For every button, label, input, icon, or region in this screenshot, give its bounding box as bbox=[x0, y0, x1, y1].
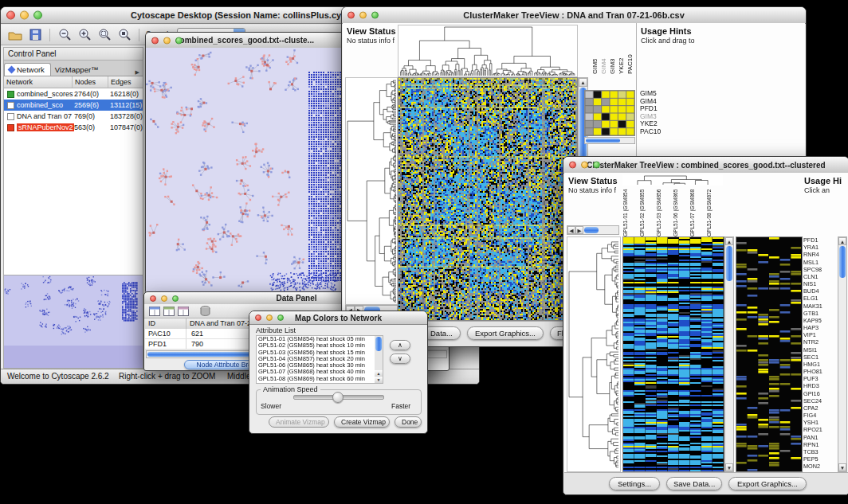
scrollbar-thumb[interactable] bbox=[839, 246, 846, 278]
network-tree-row[interactable]: sRNAPuberNov2563(0)107847(0) bbox=[4, 122, 143, 133]
table-icon[interactable] bbox=[163, 307, 175, 316]
scroll-left-icon[interactable]: ◀ bbox=[567, 226, 575, 234]
network-name: combined_scores bbox=[17, 90, 74, 98]
table-icon[interactable] bbox=[149, 307, 160, 316]
animate-vizmap-button[interactable]: Animate Vizmap bbox=[269, 416, 329, 428]
move-up-button[interactable]: ∧ bbox=[390, 340, 410, 350]
heatmap-canvas[interactable] bbox=[622, 236, 724, 472]
minimize-icon[interactable] bbox=[161, 295, 167, 302]
scrollbar-thumb[interactable] bbox=[584, 227, 599, 233]
overview-hscrollbar[interactable] bbox=[584, 137, 635, 144]
col-edges[interactable]: Edges bbox=[108, 76, 143, 88]
scroll-down-icon[interactable]: ▼ bbox=[838, 463, 846, 471]
attribute-list-item[interactable]: GPL51-03 (GSM856) heat shock 15 min bbox=[257, 350, 383, 356]
zoom-out-icon[interactable] bbox=[57, 28, 73, 42]
network-tree-row[interactable]: combined_scores2764(0)16218(0) bbox=[4, 88, 143, 100]
heatmap-canvas[interactable] bbox=[398, 77, 578, 321]
column-dendrogram-canvas[interactable] bbox=[398, 25, 578, 77]
maximize-icon[interactable] bbox=[172, 295, 179, 302]
minimize-icon[interactable] bbox=[163, 37, 171, 44]
col-nodes[interactable]: Nodes bbox=[73, 76, 108, 88]
col-network[interactable]: Network bbox=[4, 76, 73, 88]
close-icon[interactable] bbox=[569, 162, 576, 169]
attribute-list-item[interactable]: GPL51-01 (GSM854) heat shock 05 min bbox=[257, 336, 383, 342]
maximize-icon[interactable] bbox=[277, 315, 284, 321]
view-status-title: View Status bbox=[347, 26, 396, 36]
secondary-heatmap-canvas[interactable] bbox=[736, 236, 803, 472]
minimize-icon[interactable] bbox=[581, 162, 588, 169]
dialog-title-bar[interactable]: Map Colors to Network bbox=[249, 311, 427, 325]
close-icon[interactable] bbox=[151, 37, 159, 44]
save-data-button[interactable]: Data... bbox=[422, 326, 461, 340]
scroll-down-icon[interactable]: ▼ bbox=[375, 377, 383, 383]
minimize-icon[interactable] bbox=[266, 315, 273, 321]
scrollbar-thumb[interactable] bbox=[726, 246, 732, 281]
tab-vizmapper[interactable]: VizMapper™ bbox=[51, 64, 104, 76]
database-icon[interactable] bbox=[200, 306, 210, 316]
attribute-list-item[interactable]: GPL51-04 (GSM857) heat shock 20 min bbox=[257, 356, 383, 362]
treeview-dna-title-bar[interactable]: ClusterMaker TreeView : DNA and Tran 07-… bbox=[342, 7, 806, 24]
zoom-selected-icon[interactable] bbox=[116, 28, 132, 42]
maximize-icon[interactable] bbox=[33, 11, 42, 20]
zoom-in-icon[interactable] bbox=[77, 28, 92, 42]
birdseye-view-canvas[interactable] bbox=[4, 275, 143, 368]
treeview-combined-window: ClusterMaker TreeView : combined_scores_… bbox=[563, 156, 848, 495]
network-name: combined_sco bbox=[17, 101, 74, 109]
slider-thumb[interactable] bbox=[332, 392, 344, 403]
create-vizmap-button[interactable]: Create Vizmap bbox=[334, 416, 390, 428]
maximize-icon[interactable] bbox=[371, 12, 379, 19]
scrollbar-thumb[interactable] bbox=[586, 139, 620, 143]
attribute-list-item[interactable]: GPL51-02 (GSM855) heat shock 10 min bbox=[257, 342, 383, 349]
save-data-button[interactable]: Save Data... bbox=[666, 477, 722, 490]
maximize-icon[interactable] bbox=[175, 37, 183, 44]
export-graphics-button[interactable]: Export Graphics... bbox=[728, 477, 807, 490]
network-view-window: combined_scores_good.txt--cluste... bbox=[145, 32, 344, 293]
network-view-title-bar[interactable]: combined_scores_good.txt--cluste... bbox=[146, 33, 344, 49]
treeview-combined-title-bar[interactable]: ClusterMaker TreeView : combined_scores_… bbox=[563, 157, 848, 174]
row-dendrogram-canvas[interactable] bbox=[345, 77, 398, 305]
gene-label: HAP3 bbox=[803, 324, 837, 331]
attribute-list[interactable]: GPL51-01 (GSM854) heat shock 05 minGPL51… bbox=[256, 335, 383, 384]
table-icon[interactable] bbox=[178, 307, 189, 316]
global-overview-heatmap-canvas[interactable] bbox=[584, 90, 635, 136]
gene-label: NIS1 bbox=[803, 280, 837, 287]
main-window-title: Cytoscape Desktop (Session Name: collins… bbox=[131, 10, 349, 20]
maximize-icon[interactable] bbox=[593, 162, 600, 169]
scroll-right-icon[interactable]: ▶ bbox=[575, 226, 583, 234]
attribute-list-item[interactable]: GPL51-07 (GSM868) heat shock 40 min bbox=[257, 369, 383, 375]
scroll-up-icon[interactable]: ▲ bbox=[375, 370, 383, 377]
labels-vscrollbar[interactable]: ▲ ▼ bbox=[838, 236, 847, 472]
tab-network[interactable]: Network bbox=[4, 63, 51, 76]
scroll-up-icon[interactable]: ▲ bbox=[838, 237, 846, 245]
gene-label: PAN1 bbox=[803, 434, 837, 441]
minimize-icon[interactable] bbox=[20, 11, 29, 20]
attribute-list-item[interactable]: GPL51-06 (GSM865) heat shock 30 min bbox=[257, 362, 383, 369]
network-tree-row[interactable]: DNA and Tran 07769(0)183728(0) bbox=[4, 111, 143, 122]
row-dendrogram-canvas[interactable] bbox=[567, 236, 621, 472]
close-icon[interactable] bbox=[6, 11, 15, 20]
dendrogram-hscrollbar[interactable]: ◀ ▶ bbox=[567, 225, 619, 235]
close-icon[interactable] bbox=[347, 12, 355, 19]
move-down-button[interactable]: ∨ bbox=[390, 354, 410, 364]
heatmap-vscrollbar[interactable]: ▲ ▼ bbox=[724, 236, 734, 472]
attribute-list-item[interactable]: GPL51-08 (GSM869) heat shock 60 min bbox=[257, 376, 383, 382]
minimize-icon[interactable] bbox=[359, 12, 367, 19]
zoom-fit-icon[interactable] bbox=[96, 28, 112, 42]
done-button[interactable]: Done bbox=[395, 416, 422, 428]
scroll-up-icon[interactable]: ▲ bbox=[725, 237, 733, 245]
list-vscrollbar[interactable]: ▲ ▼ bbox=[375, 336, 383, 383]
settings-button[interactable]: Settings... bbox=[609, 477, 660, 490]
export-graphics-button[interactable]: Export Graphics... bbox=[467, 326, 544, 340]
scroll-down-icon[interactable]: ▼ bbox=[725, 463, 733, 471]
save-icon[interactable] bbox=[27, 28, 43, 42]
scrollbar-thumb[interactable] bbox=[375, 337, 382, 351]
network-tree-row[interactable]: combined_sco2569(6)13112(15) bbox=[4, 100, 143, 111]
network-graph-canvas[interactable] bbox=[146, 48, 342, 291]
scroll-up-icon[interactable]: ▲ bbox=[579, 78, 587, 87]
open-folder-icon[interactable] bbox=[7, 28, 23, 42]
col-id[interactable]: ID bbox=[145, 318, 186, 329]
column-dendrogram-canvas[interactable] bbox=[622, 174, 723, 186]
close-icon[interactable] bbox=[150, 295, 156, 302]
close-icon[interactable] bbox=[255, 315, 261, 321]
tab-overflow-icon[interactable]: ▶ bbox=[132, 69, 143, 76]
